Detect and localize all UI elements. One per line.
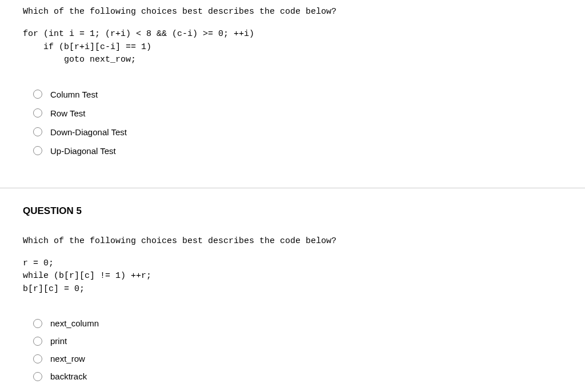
option-row[interactable]: print xyxy=(33,336,562,346)
option-label: Down-Diagonal Test xyxy=(50,127,127,137)
question-4-prompt: Which of the following choices best desc… xyxy=(23,6,562,18)
option-label: backtrack xyxy=(50,371,87,381)
radio-icon[interactable] xyxy=(33,127,42,136)
question-4-options: Column Test Row Test Down-Diagonal Test … xyxy=(23,90,562,156)
option-row[interactable]: next_row xyxy=(33,354,562,363)
radio-icon[interactable] xyxy=(33,319,42,328)
option-row[interactable]: backtrack xyxy=(33,371,562,381)
option-label: Up-Diagonal Test xyxy=(50,146,116,156)
radio-icon[interactable] xyxy=(33,90,42,99)
option-row[interactable]: next_column xyxy=(33,318,562,328)
radio-icon[interactable] xyxy=(33,146,42,155)
question-divider xyxy=(0,188,585,188)
question-5-options: next_column print next_row backtrack xyxy=(23,318,562,381)
question-4-code: for (int i = 1; (r+i) < 8 && (c-i) >= 0;… xyxy=(23,28,562,67)
option-label: print xyxy=(50,336,67,346)
option-row[interactable]: Up-Diagonal Test xyxy=(33,146,562,156)
option-row[interactable]: Down-Diagonal Test xyxy=(33,127,562,137)
question-4-block: Which of the following choices best desc… xyxy=(0,0,585,176)
radio-icon[interactable] xyxy=(33,337,42,346)
radio-icon[interactable] xyxy=(33,372,42,381)
option-label: next_column xyxy=(50,318,99,328)
question-5-prompt: Which of the following choices best desc… xyxy=(23,235,562,247)
option-row[interactable]: Column Test xyxy=(33,90,562,99)
question-5-block: Which of the following choices best desc… xyxy=(0,229,585,382)
option-row[interactable]: Row Test xyxy=(33,108,562,118)
question-5-heading: QUESTION 5 xyxy=(23,205,585,217)
question-5-code: r = 0; while (b[r][c] != 1) ++r; b[r][c]… xyxy=(23,257,562,296)
option-label: Column Test xyxy=(50,90,98,99)
option-label: next_row xyxy=(50,354,85,363)
radio-icon[interactable] xyxy=(33,354,42,363)
radio-icon[interactable] xyxy=(33,108,42,118)
option-label: Row Test xyxy=(50,108,85,118)
